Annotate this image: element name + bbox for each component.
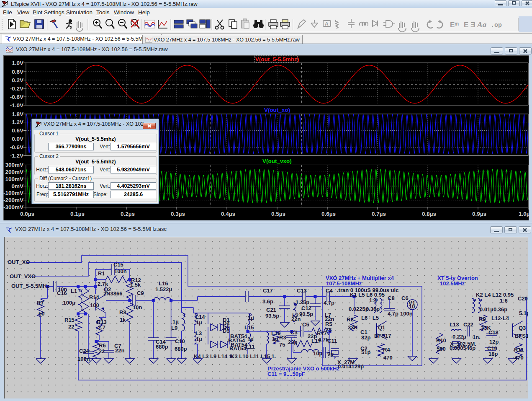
svg-text:1µ: 1µ	[172, 318, 179, 325]
svg-text:0.22µ: 0.22µ	[452, 334, 466, 340]
svg-text:-100mV: -100mV	[3, 190, 23, 196]
svg-text:V(out_xo): V(out_xo)	[264, 107, 290, 113]
svg-text:0mV: 0mV	[11, 183, 23, 189]
svg-text:107.5-108MHz: 107.5-108MHz	[326, 280, 362, 287]
svg-text:C16: C16	[57, 290, 67, 296]
svg-text:0.36p: 0.36p	[493, 306, 507, 313]
svg-text:300mV: 300mV	[5, 162, 23, 168]
svg-text:.tran 0 100uS 99.0us uic: .tran 0 100uS 99.0us uic	[337, 287, 398, 293]
svg-text:BAT54: BAT54	[229, 345, 247, 352]
svg-text:R1: R1	[98, 270, 105, 277]
svg-text:560: 560	[437, 346, 446, 352]
svg-text:R8: R8	[119, 309, 126, 316]
svg-text:1:4: 1:4	[369, 297, 378, 303]
svg-text:0.0V: 0.0V	[12, 136, 23, 142]
svg-text:82p: 82p	[361, 334, 370, 341]
svg-text:3.6p: 3.6p	[262, 298, 273, 305]
svg-text:1.0V: 1.0V	[12, 60, 23, 66]
svg-text:22n: 22n	[115, 347, 124, 354]
svg-text:D3: D3	[223, 328, 230, 334]
svg-text:33K: 33K	[348, 324, 358, 331]
svg-text:1µ: 1µ	[247, 336, 254, 342]
svg-text:2N3866: 2N3866	[103, 290, 123, 297]
svg-text:R9: R9	[479, 316, 486, 322]
svg-text:1µ: 1µ	[196, 319, 202, 326]
svg-text:10: 10	[409, 303, 415, 310]
svg-text:C13: C13	[297, 287, 307, 294]
svg-text:0.014129p: 0.014129p	[338, 363, 364, 370]
svg-text:200mV: 200mV	[5, 169, 23, 175]
svg-text:-300mV: -300mV	[3, 204, 23, 210]
svg-text:L15: L15	[244, 324, 254, 331]
svg-text:9p: 9p	[327, 351, 334, 357]
svg-text:-0.2V: -0.2V	[10, 85, 23, 92]
svg-text:C18: C18	[488, 329, 499, 336]
svg-text:470: 470	[514, 354, 524, 361]
svg-text:1.2V: 1.2V	[12, 119, 23, 125]
svg-text:C8: C8	[388, 295, 395, 301]
svg-text:Q3: Q3	[519, 325, 526, 331]
svg-text:C21: C21	[266, 307, 276, 313]
svg-text:0.01µ: 0.01µ	[480, 306, 493, 313]
svg-text:1:6: 1:6	[500, 298, 508, 304]
svg-text:L16: L16	[159, 280, 168, 287]
svg-text:93.5p: 93.5p	[265, 313, 279, 319]
svg-text:C6: C6	[401, 295, 409, 301]
svg-text:1n.: 1n.	[473, 334, 481, 340]
svg-text:-1.2V: -1.2V	[10, 153, 23, 159]
svg-text:L17: L17	[311, 338, 321, 344]
svg-text:22: 22	[99, 348, 105, 354]
svg-text:R3: R3	[279, 334, 286, 341]
svg-text:Eᵐ: Eᵐ	[450, 21, 459, 29]
svg-text:C17: C17	[263, 287, 273, 294]
svg-text:K2 L4 L12 0.95: K2 L4 L12 0.95	[476, 292, 514, 298]
svg-text:L1: L1	[71, 288, 77, 294]
svg-text:C5: C5	[302, 321, 309, 328]
svg-text:-200mV: -200mV	[3, 197, 23, 203]
svg-text:75: 75	[279, 341, 285, 348]
svg-text:100: 100	[90, 302, 99, 308]
svg-text:0.9µs: 0.9µs	[472, 211, 486, 217]
svg-text:L11: L11	[246, 344, 255, 350]
svg-text:18p: 18p	[488, 351, 498, 357]
svg-text:OUT_XO: OUT_XO	[8, 259, 30, 265]
svg-text:0.3µs: 0.3µs	[171, 211, 185, 217]
svg-text:A: A	[325, 21, 329, 27]
svg-text:1µ: 1µ	[196, 336, 202, 342]
svg-text:0.0µs: 0.0µs	[20, 211, 34, 217]
svg-text:E Ǝ: E Ǝ	[464, 21, 475, 29]
svg-text:V(out_5-5.5mhz): V(out_5-5.5mhz)	[255, 56, 299, 62]
svg-text:C22: C22	[463, 321, 473, 328]
svg-text:0.2V: 0.2V	[12, 77, 23, 83]
svg-text:0.4µs: 0.4µs	[221, 211, 235, 217]
svg-text:0.7µs: 0.7µs	[372, 211, 386, 217]
svg-text:-1.0V: -1.0V	[10, 102, 23, 109]
svg-text:100mV: 100mV	[5, 176, 23, 182]
svg-text:R5: R5	[325, 321, 332, 327]
svg-text:22p: 22p	[288, 339, 297, 345]
svg-text:R7: R7	[37, 300, 44, 306]
svg-text:0.8µs: 0.8µs	[422, 211, 436, 217]
svg-text:OUT_5-5.5MHz: OUT_5-5.5MHz	[11, 283, 50, 289]
svg-text:1.35p: 1.35p	[296, 299, 309, 305]
svg-text:Q1: Q1	[378, 324, 385, 331]
svg-text:L3: L3	[195, 330, 202, 336]
svg-text:1k: 1k	[120, 317, 126, 323]
svg-text:C10: C10	[175, 338, 185, 344]
svg-text:BFS17: BFS17	[374, 333, 391, 339]
svg-text:10n: 10n	[133, 304, 142, 310]
svg-text:L6 · L5: L6 · L5	[361, 315, 379, 321]
svg-text:BFS17: BFS17	[515, 333, 528, 339]
svg-text:R2: R2	[347, 316, 354, 323]
svg-text:OUT_VXO: OUT_VXO	[10, 273, 36, 279]
svg-text:C4: C4	[326, 287, 333, 294]
svg-text:C12: C12	[301, 305, 311, 311]
svg-text:V(out_vxo): V(out_vxo)	[262, 158, 292, 164]
svg-text:R17: R17	[317, 330, 327, 336]
svg-text:L13: L13	[450, 321, 459, 328]
svg-text:C24: C24	[79, 348, 90, 354]
svg-text:10µ: 10µ	[313, 350, 322, 357]
svg-text:R10: R10	[436, 337, 446, 344]
svg-text:L12·L4: L12·L4	[491, 315, 509, 321]
svg-text:100n: 100n	[114, 268, 127, 274]
